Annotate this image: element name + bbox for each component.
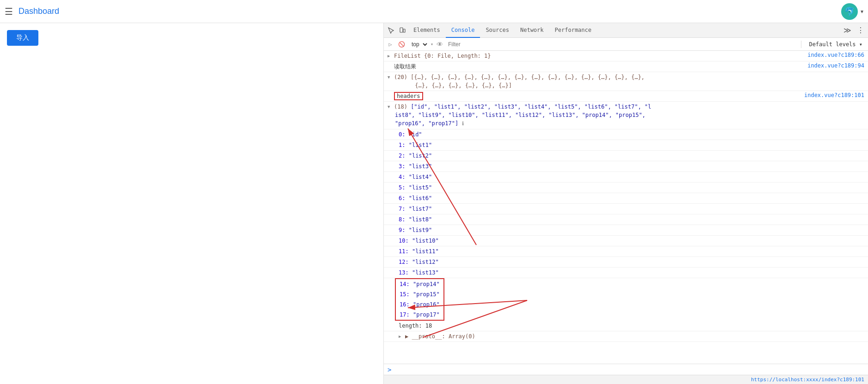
tab-network[interactable]: Network bbox=[515, 23, 549, 38]
devtools-panel: Elements Console Sources Network Perform… bbox=[384, 23, 868, 384]
item-4: 4: "list4" bbox=[399, 173, 864, 181]
filter-input[interactable] bbox=[446, 40, 797, 49]
array-item-6: 6: "list6" bbox=[384, 193, 868, 204]
array20-content: (20) [{…}, {…}, {…}, {…}, {…}, {…}, {…},… bbox=[394, 73, 864, 81]
array-item-2: 2: "list2" bbox=[384, 151, 868, 161]
array-item-11: 11: "list11" bbox=[384, 246, 868, 257]
prop-highlight-box: 14: "prop14" 15: "prop15" 16: "prop16" 1… bbox=[395, 278, 444, 321]
proto-expand-icon[interactable] bbox=[399, 334, 403, 339]
left-panel: 导入 bbox=[0, 23, 384, 384]
array-item-16: 16: "prop16" bbox=[396, 299, 443, 310]
array-item-5: 5: "list5" bbox=[384, 183, 868, 193]
array-item-10: 10: "list10" bbox=[384, 236, 868, 246]
headers-source[interactable]: index.vue?c189:101 bbox=[804, 92, 864, 98]
array-item-8: 8: "list8" bbox=[384, 214, 868, 225]
item-0: 0: "id" bbox=[399, 130, 864, 139]
logo-emoji: 🐬 bbox=[844, 6, 855, 17]
array-item-3: 3: "list3" bbox=[384, 161, 868, 172]
console-line-headers: headers index.vue?c189:101 bbox=[384, 91, 868, 102]
array-item-12: 12: "list12" bbox=[384, 257, 868, 268]
import-button[interactable]: 导入 bbox=[7, 30, 38, 46]
divider bbox=[801, 41, 801, 48]
array-item-9: 9: "list9" bbox=[384, 225, 868, 236]
device-icon[interactable] bbox=[397, 25, 408, 36]
main-container: 导入 Elements Console Sources Network bbox=[0, 23, 868, 384]
readresult-content: 读取结果 bbox=[394, 62, 804, 71]
context-select[interactable]: top bbox=[408, 40, 429, 49]
item-10: 10: "list10" bbox=[399, 237, 864, 245]
item-3: 3: "list3" bbox=[399, 162, 864, 171]
filelist-source[interactable]: index.vue?c189:66 bbox=[807, 52, 864, 58]
array20-content2: {…}, {…}, {…}, {…}, {…}, {…}] bbox=[395, 82, 512, 89]
item-8: 8: "list8" bbox=[399, 215, 864, 224]
array-item-7: 7: "list7" bbox=[384, 204, 868, 214]
item-7: 7: "list7" bbox=[399, 205, 864, 213]
proto-content: ▶ __proto__: Array(0) bbox=[405, 332, 864, 341]
console-line-filelist: FileList {0: File, Length: 1} index.vue?… bbox=[384, 51, 868, 61]
array-item-17: 17: "prop17" bbox=[396, 310, 443, 320]
devtools-tabbar: Elements Console Sources Network Perform… bbox=[384, 23, 868, 38]
tab-sources[interactable]: Sources bbox=[480, 23, 515, 38]
svg-rect-0 bbox=[400, 28, 403, 32]
item-1: 1: "list1" bbox=[399, 141, 864, 149]
array-item-14: 14: "prop14" bbox=[396, 279, 443, 289]
readresult-source[interactable]: index.vue?c189:94 bbox=[807, 62, 864, 69]
default-levels-dropdown[interactable]: Default levels ▾ bbox=[805, 40, 866, 49]
app-title: Dashboard bbox=[18, 6, 841, 16]
expand-array18-icon[interactable] bbox=[388, 104, 392, 111]
console-toolbar: ▷ 🚫 top ▾ 👁 Default levels ▾ bbox=[384, 38, 868, 51]
inspect-icon[interactable] bbox=[386, 25, 397, 36]
item-16: 16: "prop16" bbox=[400, 300, 440, 309]
array-item-0: 0: "id" bbox=[384, 129, 868, 140]
expand-icon[interactable] bbox=[388, 53, 392, 58]
array-item-4: 4: "list4" bbox=[384, 172, 868, 183]
item-15: 15: "prop15" bbox=[400, 290, 440, 299]
app-logo: 🐬 bbox=[841, 3, 858, 20]
clear-icon[interactable]: 🚫 bbox=[397, 40, 406, 49]
eye-icon[interactable]: 👁 bbox=[435, 40, 444, 49]
array-item-15: 15: "prop15" bbox=[396, 289, 443, 299]
item-9: 9: "list9" bbox=[399, 226, 864, 234]
execute-icon[interactable]: ▷ bbox=[386, 40, 395, 49]
svg-rect-1 bbox=[403, 29, 405, 32]
console-line-array18-header: (18) ["id", "list1", "list2", "list3", "… bbox=[384, 102, 868, 129]
dropdown-arrow-icon: ▾ bbox=[431, 42, 433, 47]
console-line-array20: (20) [{…}, {…}, {…}, {…}, {…}, {…}, {…},… bbox=[384, 72, 868, 91]
console-prompt-icon: > bbox=[388, 366, 391, 373]
array-item-1: 1: "list1" bbox=[384, 140, 868, 151]
tab-console[interactable]: Console bbox=[446, 23, 480, 38]
length-content: length: 18 bbox=[399, 322, 864, 330]
headers-highlight-box: headers bbox=[394, 92, 423, 100]
array18-content2: ist8", "list9", "list10", "list11", "lis… bbox=[395, 112, 646, 118]
expand-array-icon[interactable] bbox=[388, 74, 392, 81]
length-line: length: 18 bbox=[384, 321, 868, 331]
item-12: 12: "list12" bbox=[399, 258, 864, 266]
console-input-line: > bbox=[384, 364, 868, 375]
item-11: 11: "list11" bbox=[399, 247, 864, 256]
proto-line: ▶ __proto__: Array(0) bbox=[384, 331, 868, 342]
status-bar: https://localhost:xxxx/index?c189:101 bbox=[384, 375, 868, 384]
console-output: FileList {0: File, Length: 1} index.vue?… bbox=[384, 51, 868, 364]
item-2: 2: "list2" bbox=[399, 152, 864, 160]
headers-content: headers bbox=[394, 92, 800, 100]
item-13: 13: "list13" bbox=[399, 268, 864, 277]
logo-dropdown-icon[interactable]: ▾ bbox=[861, 8, 863, 15]
menu-icon[interactable]: ☰ bbox=[5, 6, 13, 17]
array-item-13: 13: "list13" bbox=[384, 268, 868, 278]
console-line-readresult: 读取结果 index.vue?c189:94 bbox=[384, 61, 868, 72]
devtools-menu-icon[interactable]: ⋮ bbox=[855, 26, 866, 35]
tab-elements[interactable]: Elements bbox=[408, 23, 446, 38]
more-tabs-icon[interactable]: ≫ bbox=[840, 26, 855, 35]
item-6: 6: "list6" bbox=[399, 194, 864, 202]
item-17: 17: "prop17" bbox=[400, 311, 440, 319]
status-url: https://localhost:xxxx/index?c189:101 bbox=[751, 377, 864, 383]
array18-content3: "prop16", "prop17"] ℹ bbox=[395, 120, 464, 127]
tab-performance[interactable]: Performance bbox=[549, 23, 597, 38]
item-5: 5: "list5" bbox=[399, 183, 864, 192]
array18-content: (18) ["id", "list1", "list2", "list3", "… bbox=[394, 103, 864, 111]
item-14: 14: "prop14" bbox=[400, 280, 440, 288]
filelist-content: FileList {0: File, Length: 1} bbox=[394, 52, 804, 60]
app-bar: ☰ Dashboard 🐬 ▾ bbox=[0, 0, 868, 23]
